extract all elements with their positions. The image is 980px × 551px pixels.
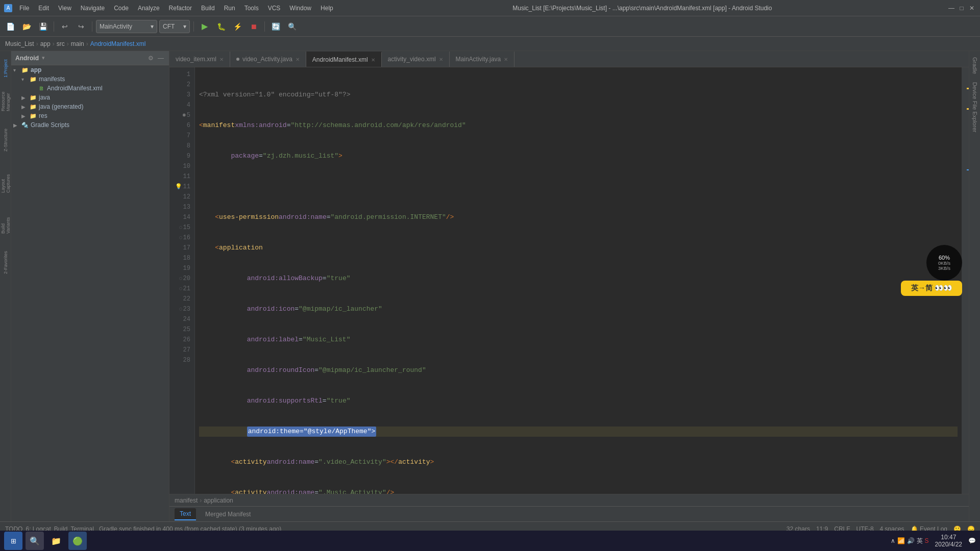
- panel-settings-icon[interactable]: ⚙: [146, 54, 155, 62]
- tab-video-activity-java[interactable]: video_Activity.java ✕: [230, 52, 306, 67]
- menu-vcs[interactable]: VCS: [264, 4, 285, 13]
- run-button[interactable]: ▶: [198, 19, 212, 34]
- profile-button[interactable]: ⚡: [230, 19, 244, 34]
- tree-item-label: res: [39, 112, 47, 119]
- breadcrumb-sep: ›: [53, 40, 55, 47]
- code-line-10: android:roundIcon="@mipmap/ic_launcher_r…: [199, 365, 958, 375]
- lang-indicator[interactable]: 英: [917, 537, 923, 545]
- undo-button[interactable]: ↩: [58, 19, 72, 34]
- tab-modified-dot: [236, 58, 239, 61]
- line-number: 27: [169, 345, 190, 355]
- start-button[interactable]: ⊞: [4, 532, 22, 550]
- notification-button[interactable]: 💬: [968, 537, 976, 544]
- sync-button[interactable]: 🔄: [268, 19, 283, 34]
- tab-video-item-xml[interactable]: video_item.xml ✕: [169, 52, 230, 67]
- main-activity-dropdown[interactable]: MainActivity ▾: [96, 20, 157, 33]
- line-number: ◌16: [169, 233, 190, 243]
- line-number: 1: [169, 69, 190, 80]
- taskbar-clock[interactable]: 10:47 2020/4/22: [931, 534, 966, 548]
- minimize-button[interactable]: —: [947, 4, 955, 12]
- tab-close-icon[interactable]: ✕: [219, 57, 224, 62]
- save-button[interactable]: 💾: [36, 19, 50, 34]
- taskbar-app1[interactable]: 🟢: [68, 532, 87, 550]
- volume-icon[interactable]: 🔊: [907, 537, 915, 544]
- build-variants-button[interactable]: Build Variants: [1, 206, 11, 237]
- tree-item-app[interactable]: ▾ 📁 app: [11, 65, 169, 74]
- device-file-explorer-button[interactable]: Device File Explorer: [971, 78, 979, 136]
- tree-item-gradle[interactable]: ▶ 🔩 Gradle Scripts: [11, 120, 169, 130]
- toolbar-separator-4: [264, 21, 265, 32]
- translate-widget[interactable]: 英→简 👀👀: [901, 281, 962, 296]
- redo-button[interactable]: ↪: [74, 19, 88, 34]
- tab-merged-manifest[interactable]: Merged Manifest: [200, 509, 256, 520]
- tree-item-androidmanifest[interactable]: 🗎 AndroidManifest.xml: [11, 84, 169, 93]
- tab-close-icon[interactable]: ✕: [371, 57, 375, 63]
- code-content[interactable]: <?xml version="1.0" encoding="utf-8"?> <…: [195, 67, 962, 494]
- tree-item-manifests[interactable]: ▾ 📁 manifests: [11, 74, 169, 84]
- z-structure-button[interactable]: Z-Structure: [1, 124, 11, 155]
- menu-file[interactable]: File: [15, 4, 33, 13]
- tree-item-label: java (generated): [39, 103, 83, 110]
- menu-refactor[interactable]: Refactor: [165, 4, 196, 13]
- tab-text[interactable]: Text: [175, 508, 196, 520]
- code-line-8: android:icon="@mipmap/ic_launcher": [199, 304, 958, 314]
- expand-arrow-icon: ▶: [13, 122, 19, 128]
- tab-close-icon[interactable]: ✕: [439, 57, 443, 62]
- tab-close-icon[interactable]: ✕: [296, 57, 300, 62]
- breadcrumb-application[interactable]: application: [204, 497, 233, 504]
- menu-edit[interactable]: Edit: [34, 4, 53, 13]
- close-button[interactable]: ✕: [968, 4, 976, 12]
- folder-icon: 📁: [30, 103, 37, 110]
- tab-androidmanifest-xml[interactable]: AndroidManifest.xml ✕: [306, 52, 382, 67]
- taskbar-explorer[interactable]: 📁: [47, 532, 65, 550]
- network-icon[interactable]: 📶: [897, 537, 905, 544]
- menu-tools[interactable]: Tools: [240, 4, 263, 13]
- stop-button[interactable]: ⏹: [247, 19, 261, 34]
- toolbar-separator-2: [92, 21, 92, 32]
- menu-navigate[interactable]: Navigate: [77, 4, 109, 13]
- tree-item-java-generated[interactable]: ▶ 📁 java (generated): [11, 102, 169, 111]
- project-panel-header: Android ▾ ⚙ —: [11, 51, 169, 65]
- android-dropdown-icon[interactable]: ▾: [42, 55, 45, 61]
- code-editor[interactable]: 1 2 3 4 ◉5 6 7 8 9 10 11 💡11 12 13 14: [169, 67, 969, 494]
- debug-button[interactable]: 🐛: [214, 19, 228, 34]
- tree-item-res[interactable]: ▶ 📁 res: [11, 111, 169, 120]
- tab-activity-video-xml[interactable]: activity_video.xml ✕: [382, 52, 450, 67]
- tab-mainactivity-java[interactable]: MainActivity.java ✕: [450, 52, 514, 67]
- favorites-button[interactable]: 2-Favorites: [1, 247, 11, 278]
- tray-arrow[interactable]: ∧: [891, 537, 895, 544]
- layout-captures-button[interactable]: Layout Captures: [1, 165, 11, 196]
- tree-item-java[interactable]: ▶ 📁 java: [11, 93, 169, 102]
- taskbar-search[interactable]: 🔍: [26, 532, 44, 550]
- new-file-button[interactable]: 📄: [3, 19, 17, 34]
- line-number: 18: [169, 253, 190, 263]
- menu-help[interactable]: Help: [316, 4, 337, 13]
- line-numbers: 1 2 3 4 ◉5 6 7 8 9 10 11 💡11 12 13 14: [169, 67, 195, 494]
- window-controls: — □ ✕: [947, 4, 976, 12]
- menu-run[interactable]: Run: [220, 4, 239, 13]
- open-button[interactable]: 📂: [19, 19, 34, 34]
- resource-manager-button[interactable]: Resource Manager: [1, 84, 11, 114]
- gradle-panel-button[interactable]: Gradle: [971, 53, 979, 78]
- line-number: ◌21: [169, 284, 190, 294]
- breadcrumb-item[interactable]: src: [57, 40, 65, 47]
- breadcrumb-item[interactable]: Music_List: [5, 40, 34, 47]
- menu-analyze[interactable]: Analyze: [134, 4, 164, 13]
- maximize-button[interactable]: □: [958, 4, 966, 12]
- menu-code[interactable]: Code: [110, 4, 133, 13]
- menu-window[interactable]: Window: [285, 4, 315, 13]
- cft-dropdown[interactable]: CFT ▾: [159, 20, 190, 33]
- input-method-icon[interactable]: S: [925, 537, 929, 544]
- menu-view[interactable]: View: [54, 4, 76, 13]
- performance-widget[interactable]: 60% 0KB/s 3KB/s: [926, 245, 962, 281]
- breadcrumb-manifest[interactable]: manifest: [175, 497, 198, 504]
- search-button[interactable]: 🔍: [285, 19, 299, 34]
- breadcrumb-item[interactable]: app: [40, 40, 51, 47]
- breadcrumb-item[interactable]: main: [71, 40, 84, 47]
- menu-build[interactable]: Build: [197, 4, 219, 13]
- panel-hide-icon[interactable]: —: [157, 54, 165, 62]
- tab-close-icon[interactable]: ✕: [504, 57, 508, 62]
- project-panel-button[interactable]: 1:Project: [1, 53, 11, 84]
- breadcrumb-item[interactable]: AndroidManifest.xml: [90, 40, 146, 47]
- expand-arrow-icon: ▶: [21, 95, 28, 101]
